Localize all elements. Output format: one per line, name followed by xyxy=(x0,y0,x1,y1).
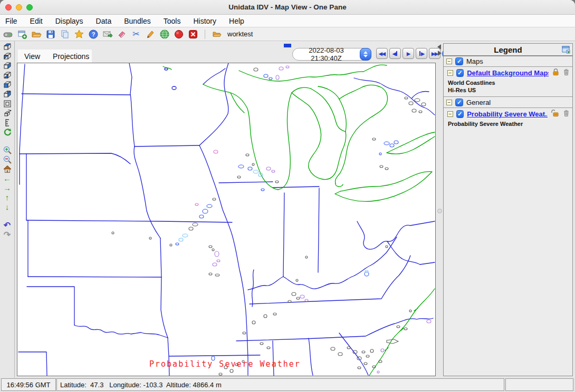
legend-category-general: − ✓ General xyxy=(444,97,572,108)
new-window-icon[interactable] xyxy=(16,28,28,40)
pan-up-icon[interactable]: ↑ xyxy=(2,193,13,202)
legend-panel: Legend − ✓ Maps − ✓ Default Background M… xyxy=(443,43,573,376)
pan-left-icon[interactable]: ← xyxy=(2,174,13,183)
cube-top-icon[interactable] xyxy=(2,42,13,52)
collapse-general-icon[interactable]: − xyxy=(446,100,452,105)
split-pane-divider[interactable] xyxy=(436,41,443,378)
redo-icon[interactable]: ↷ xyxy=(2,230,13,239)
dashboard-icon[interactable] xyxy=(2,28,14,40)
lock-closed-icon[interactable] xyxy=(552,68,560,78)
clock-readout: 16:49:56 GMT xyxy=(1,378,56,391)
legend-title: Legend xyxy=(444,44,572,54)
sub-layer-label: Probability Severe Weather xyxy=(444,120,572,128)
menu-history[interactable]: History xyxy=(193,17,216,25)
title-bar: Unidata IDV - Map View - One Pane xyxy=(0,0,575,15)
menu-displays[interactable]: Displays xyxy=(55,17,83,25)
map-canvas[interactable] xyxy=(17,63,435,376)
cube-back-icon[interactable] xyxy=(2,90,13,99)
layer-row-probability-severe-weather: − ✓ Probability Severe Weat... xyxy=(444,108,572,120)
pan-right-icon[interactable]: → xyxy=(2,183,13,193)
globe-icon[interactable] xyxy=(159,28,170,40)
general-visibility-checkbox[interactable]: ✓ xyxy=(455,99,463,106)
menu-tools[interactable]: Tools xyxy=(164,17,181,25)
menu-edit[interactable]: Edit xyxy=(30,17,43,25)
cube-bottom-icon[interactable] xyxy=(2,71,13,80)
menu-projections[interactable]: Projections xyxy=(53,52,89,61)
help-icon[interactable]: ? xyxy=(88,28,99,40)
bundle-folder-icon[interactable] xyxy=(211,28,223,40)
cube-right-icon[interactable] xyxy=(2,61,13,71)
legend-category-maps: − ✓ Maps xyxy=(444,56,572,67)
time-field[interactable]: 2022-08-03 21:30:40Z xyxy=(292,48,371,61)
float-legend-icon[interactable] xyxy=(562,45,570,56)
memory-readout xyxy=(505,378,573,391)
copy-icon[interactable] xyxy=(59,28,71,40)
save-icon[interactable] xyxy=(45,28,56,40)
collapse-left-icon[interactable] xyxy=(437,44,441,50)
layer-link[interactable]: Default Background Maps xyxy=(467,69,549,77)
collapse-layer-icon[interactable]: − xyxy=(447,111,453,117)
layer-row-default-background-maps: − ✓ Default Background Maps xyxy=(444,67,572,79)
zoom-in-icon[interactable] xyxy=(2,145,13,155)
cursor-position-readout: Latitude: 47.3 Longitude: -103.3 Altitud… xyxy=(56,378,504,391)
exit-icon[interactable] xyxy=(187,28,199,40)
lock-open-icon[interactable] xyxy=(551,109,560,119)
divider-handle[interactable] xyxy=(437,209,442,213)
display-label: Probability Severe Weather xyxy=(149,359,301,369)
support-mail-icon[interactable] xyxy=(102,28,113,40)
collapse-right-icon[interactable] xyxy=(438,51,442,56)
scale-ruler-icon[interactable] xyxy=(2,118,13,128)
maps-visibility-checkbox[interactable]: ✓ xyxy=(455,57,463,65)
map-view[interactable]: Probability Severe Weather xyxy=(17,63,436,376)
stop-loads-icon[interactable] xyxy=(173,28,185,40)
layer-visibility-checkbox[interactable]: ✓ xyxy=(456,110,464,118)
menu-help[interactable]: Help xyxy=(229,17,244,25)
cut-icon[interactable]: ✂ xyxy=(130,28,142,40)
home-view-icon[interactable] xyxy=(2,164,13,174)
viewpoint-toolbar: ← → ↑ ↓ ↶ ↷ xyxy=(0,41,15,378)
status-bar: 16:49:56 GMT Latitude: 47.3 Longitude: -… xyxy=(0,378,575,392)
zoom-out-icon[interactable] xyxy=(2,155,13,164)
map-panel-header: View Projections 2022-08-03 21:30:40Z ◀◀… xyxy=(15,41,436,63)
favorites-star-icon[interactable] xyxy=(73,28,85,40)
menu-file[interactable]: File xyxy=(5,17,17,25)
auto-rotate-icon[interactable] xyxy=(2,128,13,137)
svg-text:?: ? xyxy=(92,31,95,37)
app-window: Unidata IDV - Map View - One Pane File E… xyxy=(0,0,575,392)
step-back-button[interactable]: ◀ xyxy=(389,48,401,59)
collapse-maps-icon[interactable]: − xyxy=(446,58,452,64)
open-bundle-icon[interactable] xyxy=(31,28,42,40)
delete-layer-icon[interactable] xyxy=(563,68,570,78)
bundle-name-label[interactable]: worktest xyxy=(227,30,253,38)
time-stepper[interactable] xyxy=(360,48,371,61)
collapse-layer-icon[interactable]: − xyxy=(447,70,453,76)
menu-bundles[interactable]: Bundles xyxy=(124,17,151,25)
sub-layer-label: World Coastlines xyxy=(444,79,572,86)
play-button[interactable]: ▶ xyxy=(402,48,414,59)
legend-header: Legend xyxy=(444,44,572,56)
time-step-down-icon[interactable] xyxy=(363,55,368,57)
parallel-view-icon[interactable] xyxy=(2,99,13,109)
cube-front-icon[interactable] xyxy=(2,80,13,90)
menu-bar: File Edit Displays Data Bundles Tools Hi… xyxy=(0,15,575,27)
menu-data[interactable]: Data xyxy=(96,17,112,25)
delete-layer-icon[interactable] xyxy=(563,109,570,119)
rotate-view-icon[interactable] xyxy=(2,109,13,118)
layer-visibility-checkbox[interactable]: ✓ xyxy=(456,69,464,77)
eraser-icon[interactable] xyxy=(116,28,128,40)
pan-down-icon[interactable]: ↓ xyxy=(2,202,13,212)
cube-left-icon[interactable] xyxy=(2,52,13,61)
sub-layer-label: Hi-Res US xyxy=(444,86,572,94)
menu-view[interactable]: View xyxy=(24,52,40,61)
rewind-button[interactable]: ◀◀ xyxy=(376,48,388,59)
layer-link[interactable]: Probability Severe Weat... xyxy=(467,110,548,118)
edit-pencil-icon[interactable] xyxy=(145,28,156,40)
undo-icon[interactable]: ↶ xyxy=(2,220,13,230)
content-area: ← → ↑ ↓ ↶ ↷ View Projections 2022-08-03 … xyxy=(0,41,575,378)
category-label: General xyxy=(466,99,491,106)
time-value: 2022-08-03 21:30:40Z xyxy=(293,46,360,62)
time-step-up-icon[interactable] xyxy=(363,51,368,54)
toolbar-separator xyxy=(205,30,205,39)
animation-timeline-indicator[interactable] xyxy=(284,44,291,47)
step-forward-button[interactable]: ▶ xyxy=(416,48,427,59)
